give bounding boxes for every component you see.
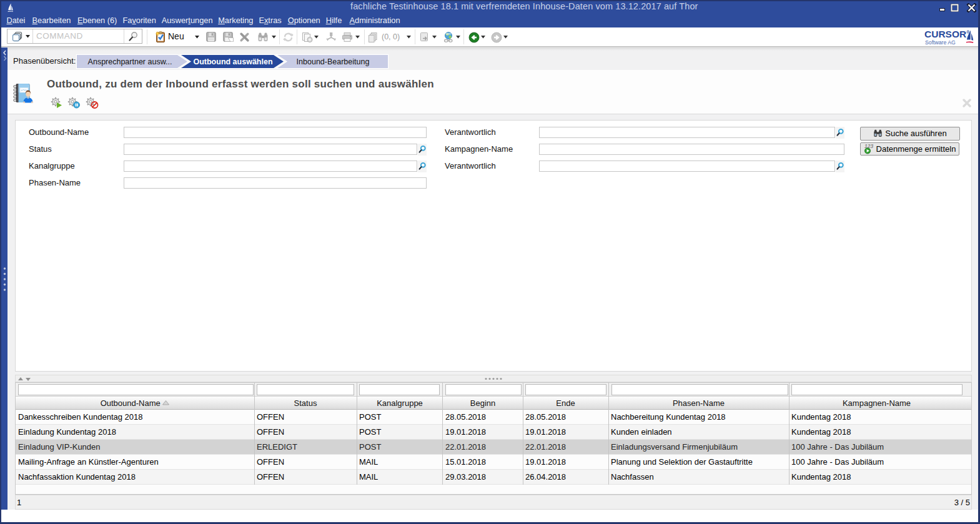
svg-text:Ansprechpartner ausw...: Ansprechpartner ausw... <box>88 57 172 66</box>
svg-text:Inbound-Bearbeitung: Inbound-Bearbeitung <box>297 57 370 66</box>
svg-text:Outbound auswählen: Outbound auswählen <box>193 57 272 66</box>
